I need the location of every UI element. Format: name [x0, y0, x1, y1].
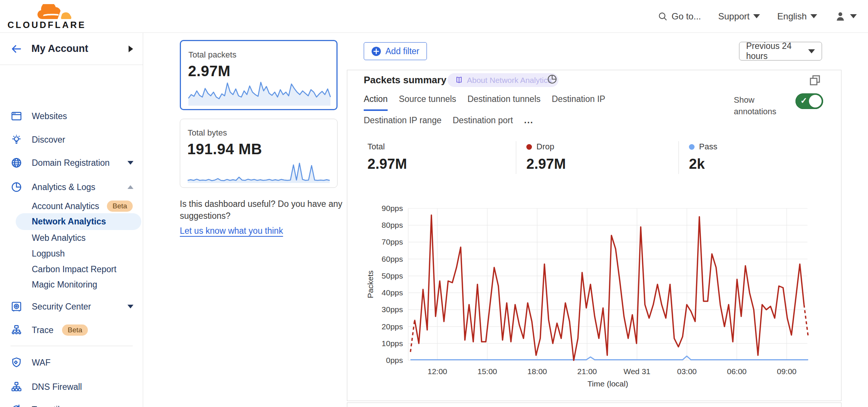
- sidebar-item-discover[interactable]: Discover: [0, 133, 143, 147]
- sidebar-item-account-analytics[interactable]: Account Analytics Beta: [0, 199, 143, 213]
- hierarchy-icon: [10, 381, 22, 393]
- toggle-knob: [809, 95, 822, 108]
- show-annotations-label: Show annotations: [734, 94, 791, 117]
- trace-icon: [10, 324, 22, 336]
- stat-divider: [678, 141, 679, 174]
- sidebar-item-analytics-logs[interactable]: Analytics & Logs: [0, 180, 143, 194]
- tab-destination-ip[interactable]: Destination IP: [552, 94, 605, 111]
- next-panel-edge: [347, 403, 841, 407]
- search-icon: [658, 11, 668, 22]
- beta-badge: Beta: [107, 201, 133, 212]
- account-menu[interactable]: [834, 10, 857, 22]
- svg-text:Time (local): Time (local): [588, 379, 628, 388]
- sidebar-item-web-analytics[interactable]: Web Analytics: [0, 231, 143, 245]
- feedback-question: Is this dashboard useful? Do you have an…: [180, 198, 344, 222]
- svg-text:20pps: 20pps: [382, 322, 403, 331]
- back-arrow-icon[interactable]: [10, 43, 23, 55]
- svg-text:Wed 31: Wed 31: [624, 367, 650, 376]
- dimension-tabs: Action Source tunnels Destination tunnel…: [364, 94, 693, 131]
- more-tabs-button[interactable]: ...: [524, 115, 533, 131]
- packets-sparkline: [186, 78, 333, 108]
- browser-icon: [10, 110, 22, 122]
- cloudflare-logo[interactable]: CLOUDFLARE: [7, 3, 71, 29]
- feedback-link[interactable]: Let us know what you think: [180, 225, 283, 237]
- cloudflare-cloud-icon: [37, 4, 73, 20]
- tab-destination-port[interactable]: Destination port: [453, 115, 513, 131]
- sidebar-item-carbon-impact-report[interactable]: Carbon Impact Report: [0, 262, 143, 276]
- sidebar-item-dns-firewall[interactable]: DNS Firewall: [0, 380, 143, 394]
- add-filter-button[interactable]: Add filter: [364, 42, 427, 60]
- user-icon: [834, 10, 846, 22]
- sidebar-item-turnstile[interactable]: Turnstile: [0, 403, 143, 407]
- svg-text:15:00: 15:00: [477, 367, 497, 376]
- support-label: Support: [718, 11, 750, 22]
- topbar: CLOUDFLARE Go to... Support English: [0, 0, 868, 33]
- sidebar-item-waf[interactable]: WAF: [0, 355, 143, 370]
- support-menu[interactable]: Support: [718, 11, 760, 22]
- top-navigation: Go to... Support English: [658, 10, 857, 22]
- svg-text:18:00: 18:00: [527, 367, 547, 376]
- language-label: English: [777, 11, 807, 22]
- chevron-down-icon: [127, 161, 133, 165]
- card-value: 2.97M: [188, 63, 336, 80]
- pie-chart-icon[interactable]: [547, 74, 558, 85]
- stat-label: Drop: [536, 142, 554, 152]
- svg-text:09:00: 09:00: [777, 367, 797, 376]
- sidebar-item-network-analytics[interactable]: Network Analytics: [16, 213, 141, 230]
- about-network-analytics-pill[interactable]: About Network Analytics: [447, 73, 558, 87]
- sidebar: My Account Websites Discover Domain Regi…: [0, 33, 143, 407]
- packets-time-series-chart: 0pps10pps20pps30pps40pps50pps60pps70pps8…: [351, 202, 837, 392]
- svg-text:40pps: 40pps: [382, 288, 403, 297]
- chevron-right-icon[interactable]: [129, 46, 133, 52]
- svg-text:12:00: 12:00: [428, 367, 447, 376]
- svg-text:90pps: 90pps: [382, 204, 403, 212]
- total-bytes-card[interactable]: Total bytes 191.94 MB: [180, 119, 338, 188]
- tab-destination-tunnels[interactable]: Destination tunnels: [467, 94, 541, 111]
- stat-drop: Drop 2.97M: [526, 142, 566, 172]
- tab-source-tunnels[interactable]: Source tunnels: [399, 94, 456, 111]
- expand-panel-icon[interactable]: [808, 74, 822, 87]
- sidebar-item-websites[interactable]: Websites: [0, 109, 143, 123]
- chevron-down-icon: [850, 14, 857, 18]
- svg-text:0pps: 0pps: [386, 356, 403, 364]
- chevron-down-icon: [753, 14, 760, 18]
- card-title: Total packets: [188, 50, 336, 60]
- show-annotations-toggle[interactable]: ✓: [795, 93, 823, 109]
- sidebar-item-logpush[interactable]: Logpush: [0, 246, 143, 261]
- stat-pass: Pass 2k: [689, 142, 717, 172]
- plus-circle-icon: [371, 46, 381, 56]
- sidebar-item-domain-registration[interactable]: Domain Registration: [0, 156, 143, 170]
- tab-action[interactable]: Action: [364, 94, 388, 111]
- total-packets-card[interactable]: Total packets 2.97M: [180, 40, 338, 110]
- pie-chart-icon: [10, 181, 22, 193]
- global-search[interactable]: Go to...: [658, 11, 701, 22]
- svg-text:30pps: 30pps: [382, 305, 403, 314]
- sidebar-item-security-center[interactable]: Security Center: [0, 299, 143, 314]
- stat-value: 2k: [689, 156, 717, 172]
- sidebar-item-magic-monitoring[interactable]: Magic Monitoring: [0, 277, 143, 292]
- bytes-sparkline: [185, 151, 332, 185]
- stat-label: Pass: [699, 142, 717, 152]
- tab-destination-ip-range[interactable]: Destination IP range: [364, 115, 441, 131]
- account-title[interactable]: My Account: [31, 43, 88, 55]
- drop-legend-dot: [526, 144, 532, 150]
- stat-divider: [516, 141, 516, 174]
- globe-icon: [10, 157, 22, 169]
- sidebar-item-trace[interactable]: Trace Beta: [0, 323, 143, 337]
- stat-total: Total 2.97M: [367, 142, 407, 172]
- sidebar-divider: [10, 346, 133, 346]
- language-menu[interactable]: English: [777, 11, 817, 22]
- chevron-down-icon: [810, 14, 817, 18]
- safe-icon: [10, 301, 22, 313]
- goto-label: Go to...: [672, 11, 701, 22]
- pass-legend-dot: [689, 144, 695, 150]
- beta-badge: Beta: [62, 324, 88, 336]
- chevron-down-icon: [127, 305, 133, 308]
- svg-text:06:00: 06:00: [727, 367, 747, 376]
- time-range-dropdown[interactable]: Previous 24 hours: [739, 42, 822, 60]
- feedback-block: Is this dashboard useful? Do you have an…: [180, 198, 344, 237]
- account-header: My Account: [0, 33, 143, 65]
- rotate-check-icon: [10, 404, 22, 407]
- svg-text:80pps: 80pps: [382, 221, 403, 229]
- cloudflare-wordmark: CLOUDFLARE: [7, 20, 86, 30]
